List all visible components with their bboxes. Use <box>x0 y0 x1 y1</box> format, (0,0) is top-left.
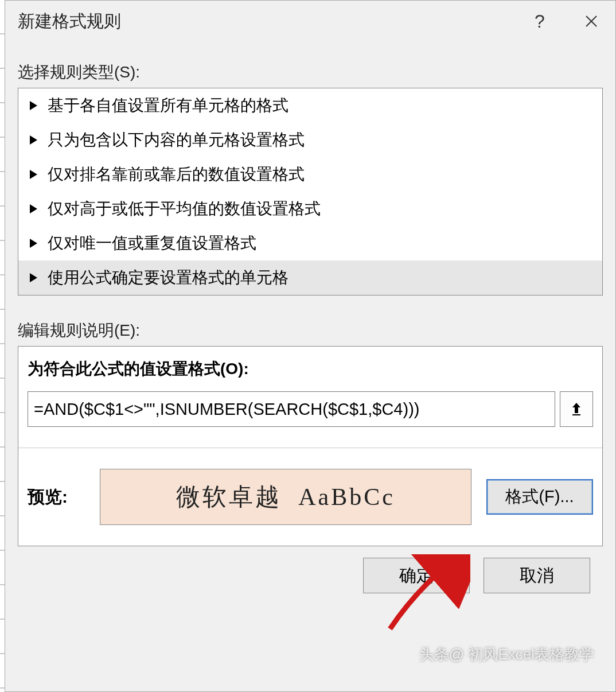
svg-rect-2 <box>572 414 580 415</box>
rule-type-item[interactable]: 仅对排名靠前或靠后的数值设置格式 <box>18 157 602 192</box>
titlebar: 新建格式规则 ? <box>5 1 615 41</box>
rule-type-item[interactable]: 仅对高于或低于平均值的数值设置格式 <box>18 192 602 226</box>
collapse-dialog-button[interactable] <box>560 391 593 427</box>
formula-label: 为符合此公式的值设置格式(O): <box>28 358 593 380</box>
edit-rule-label: 编辑规则说明(E): <box>18 320 603 341</box>
triangle-icon <box>30 273 37 282</box>
preview-label: 预览: <box>28 485 85 509</box>
rule-type-label: 选择规则类型(S): <box>18 61 603 83</box>
rule-type-item[interactable]: 只为包含以下内容的单元格设置格式 <box>18 123 602 157</box>
formula-input[interactable] <box>28 391 555 427</box>
rule-type-item[interactable]: 使用公式确定要设置格式的单元格 <box>18 261 602 295</box>
close-button[interactable] <box>575 10 607 33</box>
rule-type-text: 仅对高于或低于平均值的数值设置格式 <box>48 198 321 220</box>
rule-type-text: 只为包含以下内容的单元格设置格式 <box>48 129 305 151</box>
rule-type-text: 仅对唯一值或重复值设置格式 <box>48 232 256 254</box>
triangle-icon <box>30 239 37 248</box>
collapse-icon <box>569 401 584 418</box>
edit-rule-box: 为符合此公式的值设置格式(O): 预览: 微软卓越 AaBbCc 格式(F)..… <box>18 346 603 546</box>
new-formatting-rule-dialog: 新建格式规则 ? 选择规则类型(S): 基于各自值设置所有单元格的格式 只为包含… <box>5 0 616 692</box>
format-button[interactable]: 格式(F)... <box>486 479 593 515</box>
cancel-button[interactable]: 取消 <box>484 558 590 593</box>
rule-type-item[interactable]: 仅对唯一值或重复值设置格式 <box>18 226 602 261</box>
rule-type-text: 基于各自值设置所有单元格的格式 <box>48 95 288 116</box>
dialog-title: 新建格式规则 <box>18 10 504 33</box>
triangle-icon <box>30 135 37 145</box>
rule-type-text: 使用公式确定要设置格式的单元格 <box>48 267 288 289</box>
help-button[interactable]: ? <box>524 10 556 33</box>
triangle-icon <box>30 170 37 179</box>
close-icon <box>584 14 598 28</box>
triangle-icon <box>30 204 37 213</box>
rule-type-item[interactable]: 基于各自值设置所有单元格的格式 <box>18 88 602 123</box>
ok-button[interactable]: 确定 <box>363 558 470 593</box>
rule-type-list: 基于各自值设置所有单元格的格式 只为包含以下内容的单元格设置格式 仅对排名靠前或… <box>18 88 603 296</box>
triangle-icon <box>30 101 37 110</box>
rule-type-text: 仅对排名靠前或靠后的数值设置格式 <box>48 164 305 185</box>
preview-sample: 微软卓越 AaBbCc <box>100 469 471 525</box>
